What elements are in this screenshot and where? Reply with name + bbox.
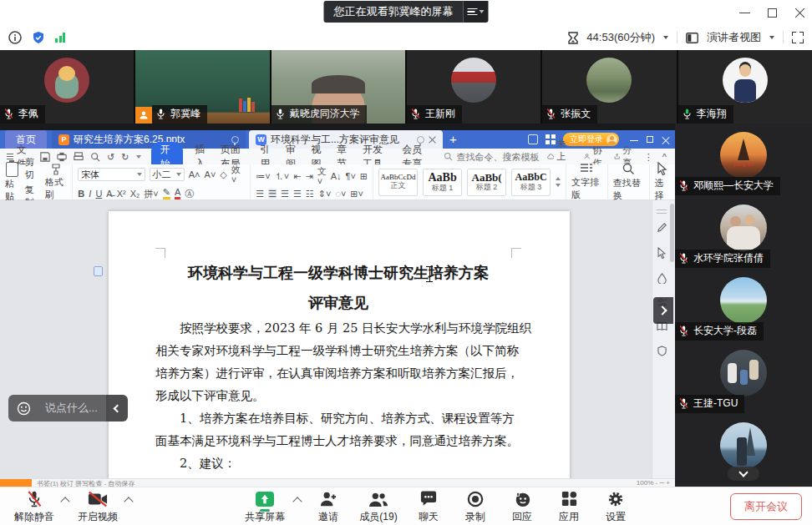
banner-menu-button[interactable] <box>464 1 489 23</box>
print-icon[interactable] <box>74 152 84 162</box>
video-tile[interactable] <box>675 414 812 486</box>
highlight-color-button[interactable]: ✎ <box>163 187 170 199</box>
redo-dropdown-icon[interactable] <box>136 155 141 159</box>
decrease-indent-icon[interactable]: ⇤ <box>293 171 301 181</box>
video-tile[interactable]: 长安大学-段磊 <box>675 269 812 341</box>
more-icon[interactable]: ⋮ <box>644 152 653 162</box>
sort-icon[interactable]: A↓ <box>331 171 342 181</box>
sidebar-expand-button[interactable] <box>653 297 673 324</box>
fullscreen-icon[interactable] <box>792 32 804 43</box>
wps-zoom-control[interactable]: 100% - ─ + <box>637 479 670 487</box>
video-tile[interactable]: 郭冀峰 <box>135 50 269 124</box>
character-shading-icon[interactable]: Ⓐ <box>185 189 194 199</box>
select-tool[interactable]: 选择 <box>655 162 670 202</box>
invite-button[interactable]: 邀请 <box>307 490 349 524</box>
redo-icon[interactable]: ↻ <box>121 152 129 162</box>
share-screen-button[interactable]: 共享屏幕 <box>241 490 289 524</box>
format-painter-button[interactable]: 格式刷 <box>45 164 68 201</box>
command-search[interactable] <box>444 152 547 162</box>
text-effects-icon[interactable]: 效˅ <box>231 164 246 184</box>
meeting-info-icon[interactable] <box>8 31 22 44</box>
distribute-icon[interactable]: ☷ <box>306 189 314 199</box>
panel-toggle-icon[interactable] <box>528 134 538 144</box>
video-options-chevron[interactable] <box>124 497 133 506</box>
subscript-button[interactable]: X₂ <box>130 189 140 199</box>
styles-up-icon[interactable] <box>556 177 561 180</box>
timer-dropdown-icon[interactable] <box>663 36 668 39</box>
network-signal-icon[interactable] <box>55 33 65 43</box>
styles-down-icon[interactable] <box>556 184 561 187</box>
settings-button[interactable]: 设置 <box>595 490 637 524</box>
undo-icon[interactable]: ↺ <box>107 152 114 162</box>
underline-button[interactable]: U <box>95 189 102 199</box>
view-mode-selector[interactable]: 演讲者视图 <box>707 30 761 45</box>
align-left-icon[interactable]: ☰ <box>256 189 264 199</box>
style-normal[interactable]: AaBbCcDd 正文 <box>378 169 418 196</box>
start-video-button[interactable]: 开启视频 <box>74 490 122 524</box>
record-button[interactable]: 录制 <box>454 490 496 524</box>
ink-icon[interactable] <box>657 273 667 284</box>
justify-icon[interactable]: ☰ <box>293 189 302 199</box>
paragraph-options-icon[interactable] <box>94 266 103 276</box>
chat-input-button[interactable]: 说点什么... <box>8 395 106 422</box>
style-heading2[interactable]: AaBb( 标题 2 <box>467 169 506 196</box>
bold-button[interactable]: B <box>78 189 84 199</box>
mic-options-chevron[interactable] <box>60 497 69 506</box>
scroll-more-button[interactable] <box>728 467 759 481</box>
security-shield-icon[interactable] <box>32 31 45 44</box>
align-right-icon[interactable]: ☰ <box>281 189 289 199</box>
document-canvas[interactable]: 环境科学与工程一级学科博士研究生培养方案 评审意见 按照学校要求，2023 年 … <box>0 200 652 478</box>
clear-format-icon[interactable]: ◇ <box>220 169 226 179</box>
maximize-button[interactable] <box>767 8 778 18</box>
video-tile[interactable]: 李海翔 <box>678 50 812 124</box>
phonetic-icon[interactable]: 拼˅ <box>144 189 158 199</box>
output-icon[interactable] <box>57 152 67 162</box>
chat-button[interactable]: 聊天 <box>408 490 449 524</box>
video-tile[interactable]: 戴晓虎同济大学 <box>272 50 405 124</box>
unmute-button[interactable]: 解除静音 <box>10 490 58 524</box>
select-cursor-icon[interactable] <box>657 247 667 259</box>
chat-collapse-button[interactable] <box>106 395 128 422</box>
share-options-chevron[interactable] <box>292 497 302 506</box>
font-name-select[interactable]: 宋体 <box>78 168 145 181</box>
collapse-ribbon-icon[interactable]: ^ <box>662 152 667 162</box>
video-tile[interactable]: 张振文 <box>542 50 676 124</box>
members-button[interactable]: 成员(19) <box>354 490 403 524</box>
font-size-select[interactable]: 小二 <box>150 168 185 181</box>
emoji-icon[interactable] <box>17 401 31 416</box>
style-heading3[interactable]: AaBbC 标题 3 <box>511 169 551 196</box>
edit-pen-icon[interactable] <box>657 222 667 233</box>
close-button[interactable] <box>794 8 805 18</box>
save-icon[interactable] <box>40 152 50 162</box>
cut-button[interactable]: 剪切 <box>25 156 40 181</box>
strikethrough-button[interactable]: A̶ <box>106 189 112 199</box>
video-tile[interactable]: 王新刚 <box>407 50 540 124</box>
document-page[interactable]: 环境科学与工程一级学科博士研究生培养方案 评审意见 按照学校要求，2023 年 … <box>109 211 570 478</box>
video-tile[interactable]: 王捷-TGU <box>675 341 812 413</box>
shading-icon[interactable]: ◌˅ <box>335 189 346 199</box>
preview-icon[interactable] <box>90 152 100 162</box>
view-dropdown-icon[interactable] <box>769 36 774 39</box>
typeset-tool[interactable]: 文字排版 <box>571 163 602 201</box>
protect-icon[interactable] <box>657 346 667 356</box>
text-direction-icon[interactable]: 文˅ <box>317 166 327 186</box>
video-tile[interactable]: 李佩 <box>0 50 134 124</box>
bullet-list-icon[interactable]: ≔˅ <box>256 171 270 181</box>
grow-font-icon[interactable]: A˄ <box>189 169 200 179</box>
table-icon[interactable]: ⊞ <box>360 171 368 181</box>
borders-icon[interactable]: ⊞˅ <box>350 189 363 199</box>
font-color-button[interactable]: A <box>175 187 180 199</box>
meeting-timer[interactable]: 44:53(60分钟) <box>586 30 655 45</box>
search-input[interactable] <box>457 152 547 162</box>
show-marks-icon[interactable]: ¶˅ <box>346 171 356 181</box>
number-list-icon[interactable]: ⒈˅ <box>275 171 289 181</box>
italic-button[interactable]: I <box>89 189 91 199</box>
new-tab-button[interactable]: + <box>449 131 457 148</box>
find-replace-tool[interactable]: 查找替换 <box>613 162 644 202</box>
line-spacing-icon[interactable]: ⇕˅ <box>318 189 332 199</box>
minimize-button[interactable] <box>739 8 750 18</box>
shrink-font-icon[interactable]: A˅ <box>205 169 216 179</box>
leave-meeting-button[interactable]: 离开会议 <box>730 493 802 520</box>
paste-button[interactable]: 粘贴 <box>5 162 20 203</box>
increase-indent-icon[interactable]: ⇥ <box>305 171 312 181</box>
